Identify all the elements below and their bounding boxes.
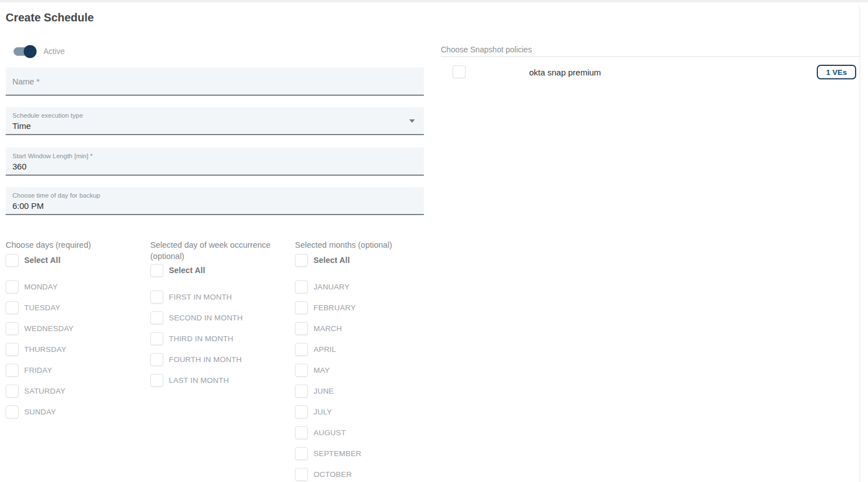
- checkbox[interactable]: [295, 447, 308, 460]
- checkbox[interactable]: [150, 264, 163, 277]
- checkbox[interactable]: [6, 322, 19, 335]
- checkbox-label: FEBRUARY: [314, 304, 356, 312]
- checkbox[interactable]: [150, 353, 163, 366]
- time-of-day-field[interactable]: Choose time of day for backup 6:00 PM: [6, 187, 424, 215]
- checkbox[interactable]: [295, 364, 308, 377]
- checkbox[interactable]: [295, 426, 308, 439]
- month-checkbox-row[interactable]: MARCH: [295, 322, 437, 335]
- checkbox[interactable]: [295, 468, 308, 481]
- occurrence-header-line1: Selected day of week occurrence: [150, 240, 271, 249]
- checkbox-label: THURSDAY: [24, 345, 66, 354]
- execution-type-label: Schedule execution type: [12, 112, 417, 119]
- checkbox[interactable]: [453, 65, 466, 78]
- month-checkbox-row[interactable]: JUNE: [295, 384, 437, 398]
- checkbox-label: Select All: [24, 256, 61, 265]
- checkbox-label: OCTOBER: [314, 470, 352, 479]
- occurrence-select-all-row[interactable]: Select All: [150, 264, 292, 277]
- day-checkbox-row[interactable]: TUESDAY: [6, 301, 147, 314]
- checkbox-label: FOURTH IN MONTH: [169, 355, 242, 364]
- months-select-all-row[interactable]: Select All: [295, 253, 437, 267]
- checkbox[interactable]: [295, 280, 308, 293]
- days-header: Choose days (required): [6, 239, 147, 251]
- occurrence-checkbox-row[interactable]: FIRST IN MONTH: [150, 290, 292, 304]
- occurrence-header: Selected day of week occurrence (optiona…: [150, 239, 292, 262]
- start-window-field[interactable]: Start Window Length [min] * 360: [6, 148, 424, 176]
- occurrence-checkbox-row[interactable]: LAST IN MONTH: [150, 373, 292, 387]
- day-checkbox-row[interactable]: WEDNESDAY: [6, 322, 147, 335]
- checkbox-label: MARCH: [314, 324, 342, 333]
- snapshot-policy-row[interactable]: okta snap premium 1 VEs: [441, 63, 860, 82]
- month-checkbox-row[interactable]: JULY: [295, 405, 437, 418]
- month-checkbox-row[interactable]: OCTOBER: [295, 467, 437, 481]
- checkbox-label: Select All: [169, 266, 205, 275]
- checkbox-label: TUESDAY: [24, 304, 60, 312]
- month-checkbox-row[interactable]: APRIL: [295, 342, 437, 356]
- checkbox[interactable]: [6, 364, 19, 377]
- checkbox-label: JULY: [314, 408, 332, 416]
- day-checkbox-row[interactable]: MONDAY: [6, 280, 147, 293]
- checkbox[interactable]: [295, 254, 308, 267]
- day-checkbox-row[interactable]: SATURDAY: [6, 384, 147, 398]
- active-toggle-label: Active: [43, 47, 65, 56]
- checkbox[interactable]: [6, 343, 19, 356]
- day-checkbox-row[interactable]: FRIDAY: [6, 363, 147, 377]
- page-title: Create Schedule: [6, 11, 94, 24]
- active-toggle[interactable]: [14, 47, 35, 56]
- month-checkbox-row[interactable]: FEBRUARY: [295, 301, 437, 314]
- month-checkbox-row[interactable]: MAY: [295, 363, 437, 377]
- checkbox[interactable]: [295, 385, 308, 398]
- day-checkbox-row[interactable]: THURSDAY: [6, 342, 147, 356]
- checkbox-label: FIRST IN MONTH: [169, 293, 232, 301]
- months-header: Selected months (optional): [295, 239, 437, 251]
- occurrence-header-line2: (optional): [150, 252, 184, 261]
- execution-type-select[interactable]: Schedule execution type Time: [6, 107, 424, 135]
- checkbox[interactable]: [6, 301, 19, 314]
- checkbox[interactable]: [6, 405, 19, 418]
- name-field[interactable]: [6, 68, 424, 96]
- checkbox[interactable]: [295, 301, 308, 314]
- occurrence-checkbox-row[interactable]: FOURTH IN MONTH: [150, 352, 292, 366]
- month-checkbox-row[interactable]: JANUARY: [295, 280, 437, 293]
- occurrence-checkbox-row[interactable]: THIRD IN MONTH: [150, 332, 292, 345]
- checkbox-label: AUGUST: [314, 429, 346, 437]
- time-of-day-label: Choose time of day for backup: [12, 192, 417, 199]
- month-checkbox-row[interactable]: AUGUST: [295, 426, 437, 439]
- day-checkbox-row[interactable]: SUNDAY: [6, 405, 147, 418]
- checkbox[interactable]: [150, 291, 163, 304]
- checkbox[interactable]: [150, 374, 163, 387]
- time-of-day-value: 6:00 PM: [12, 201, 417, 211]
- checkbox-label: MONDAY: [24, 283, 57, 291]
- checkbox[interactable]: [6, 280, 19, 293]
- occurrence-checkbox-row[interactable]: SECOND IN MONTH: [150, 311, 292, 324]
- checkbox-label: SUNDAY: [24, 408, 56, 416]
- policy-name: okta snap premium: [529, 68, 601, 77]
- checkbox[interactable]: [295, 343, 308, 356]
- active-toggle-row: Active: [14, 44, 65, 58]
- snapshot-policies-divider: [441, 56, 860, 57]
- checkbox-label: SEPTEMBER: [314, 449, 361, 458]
- ve-count-badge[interactable]: 1 VEs: [817, 65, 856, 79]
- execution-type-value: Time: [12, 121, 417, 131]
- checkbox-label: WEDNESDAY: [24, 324, 74, 333]
- checkbox-label: SATURDAY: [24, 387, 65, 395]
- month-checkbox-row[interactable]: SEPTEMBER: [295, 447, 437, 460]
- checkbox[interactable]: [150, 332, 163, 345]
- chevron-down-icon: [409, 119, 415, 123]
- checkbox-label: FRIDAY: [24, 366, 52, 374]
- checkbox-label: MAY: [314, 366, 330, 374]
- months-column: Selected months (optional) Select All JA…: [295, 239, 437, 482]
- checkbox-label: SECOND IN MONTH: [169, 314, 243, 322]
- checkbox[interactable]: [295, 322, 308, 335]
- start-window-value: 360: [12, 162, 417, 171]
- checkbox-label: LAST IN MONTH: [169, 376, 229, 385]
- checkbox-label: JUNE: [314, 387, 334, 395]
- name-input[interactable]: [12, 73, 417, 90]
- snapshot-policies-header: Choose Snapshot policies: [441, 45, 532, 54]
- checkbox[interactable]: [6, 254, 19, 267]
- start-window-label: Start Window Length [min] *: [12, 153, 417, 159]
- checkbox[interactable]: [295, 405, 308, 418]
- occurrence-column: Selected day of week occurrence (optiona…: [150, 239, 292, 394]
- checkbox[interactable]: [6, 385, 19, 398]
- checkbox[interactable]: [150, 311, 163, 324]
- days-select-all-row[interactable]: Select All: [6, 253, 147, 267]
